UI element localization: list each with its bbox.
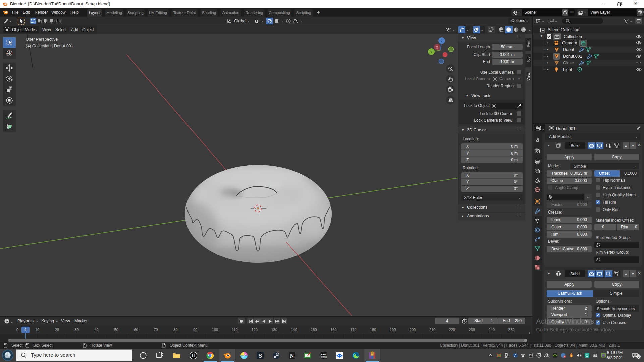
svg-text:N: N	[290, 353, 294, 359]
svg-text:Y: Y	[430, 50, 433, 54]
svg-text:X: X	[436, 45, 438, 49]
svg-text:Z: Z	[441, 39, 443, 43]
svg-text:EPIC: EPIC	[529, 354, 533, 356]
svg-text:GAMES: GAMES	[321, 356, 327, 358]
svg-text:U: U	[192, 353, 195, 358]
svg-text:EPIC: EPIC	[321, 353, 327, 356]
svg-text:S: S	[258, 353, 262, 359]
